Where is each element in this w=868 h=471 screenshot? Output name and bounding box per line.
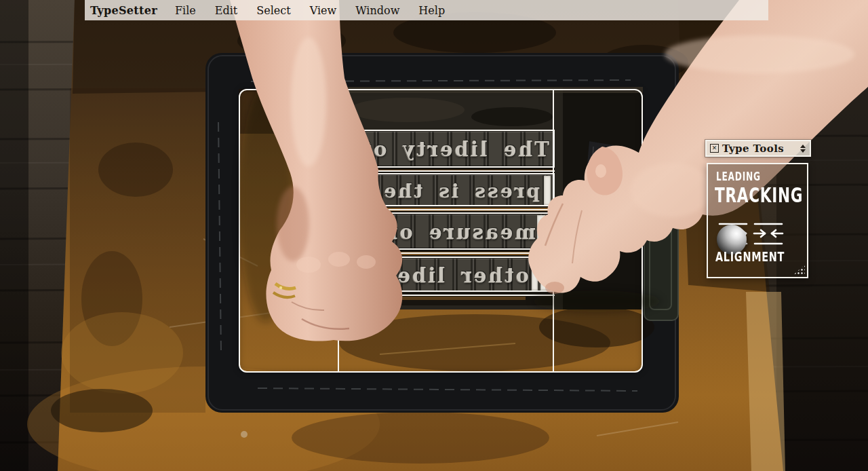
tool-option-leading[interactable]: LEADING (716, 170, 778, 183)
tracking-label: TRACKING (715, 183, 803, 207)
menu-edit[interactable]: Edit (215, 3, 237, 18)
app-menu[interactable]: TypeSetter (90, 3, 157, 18)
tool-option-tracking[interactable]: TRACKING (715, 183, 837, 207)
collapse-chevrons-icon[interactable] (800, 145, 806, 153)
menu-file[interactable]: File (175, 3, 196, 18)
type-tools-title: Type Tools (722, 143, 784, 155)
menu-select[interactable]: Select (256, 3, 290, 18)
menu-bar: TypeSetter File Edit Select View Window … (85, 0, 768, 20)
resize-grip-icon[interactable] (793, 265, 805, 275)
type-tools-panel-header[interactable]: ✕ Type Tools (705, 140, 811, 157)
typesetter-app-window: The liberty of the press is the true mea… (0, 0, 868, 471)
alignment-label: ALIGNMENT (715, 248, 785, 265)
document-frame-guide (239, 89, 643, 373)
menu-help[interactable]: Help (418, 3, 445, 18)
clamp-bar (644, 162, 678, 320)
tool-option-alignment[interactable]: ALIGNMENT (715, 248, 812, 265)
menu-window[interactable]: Window (355, 3, 399, 18)
menu-view[interactable]: View (310, 3, 337, 18)
tracking-contract-icon[interactable] (753, 223, 784, 246)
leading-label: LEADING (716, 170, 761, 183)
type-tools-panel: LEADING TRACKING ALIGNMENT (707, 163, 808, 278)
close-box-icon[interactable]: ✕ (710, 144, 719, 153)
